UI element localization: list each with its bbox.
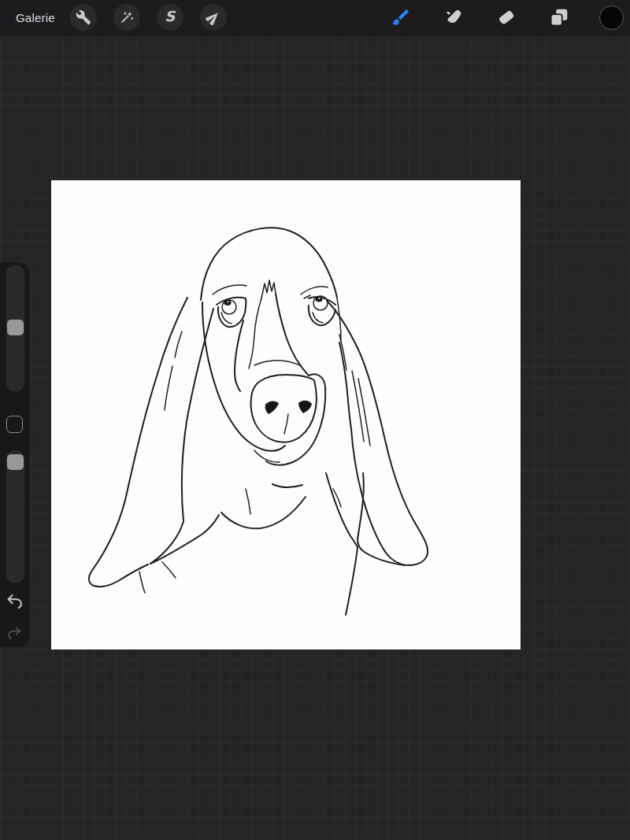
brush-sidebar	[0, 262, 29, 647]
transform-arrow-icon	[206, 10, 220, 25]
opacity-handle[interactable]	[7, 454, 24, 470]
layers-icon	[549, 7, 569, 28]
selection-button[interactable]: S	[157, 4, 183, 31]
magic-wand-icon	[119, 9, 135, 25]
paint-button[interactable]	[388, 5, 413, 30]
undo-button[interactable]	[4, 591, 25, 612]
smudge-button[interactable]	[441, 5, 466, 30]
procreate-workspace: Galerie S	[0, 0, 630, 840]
undo-arrow-icon	[4, 591, 25, 612]
smudge-finger-icon	[443, 7, 464, 28]
transform-button[interactable]	[200, 4, 227, 31]
gallery-button[interactable]: Galerie	[16, 11, 55, 24]
opacity-slider[interactable]	[6, 450, 24, 583]
left-tool-group: S	[70, 4, 227, 31]
actions-button[interactable]	[70, 4, 97, 31]
eraser-icon	[496, 7, 517, 28]
color-swatch-circle[interactable]	[599, 6, 624, 30]
drawing-canvas[interactable]	[51, 180, 521, 649]
artwork-basset-hound	[51, 180, 521, 649]
brush-icon	[391, 7, 411, 28]
layers-button[interactable]	[547, 5, 572, 30]
top-toolbar: Galerie S	[0, 0, 630, 35]
wrench-icon	[76, 9, 91, 25]
adjustments-button[interactable]	[113, 4, 140, 31]
redo-arrow-icon	[6, 624, 24, 642]
selection-s-icon: S	[165, 9, 175, 24]
brush-size-handle[interactable]	[7, 320, 24, 335]
modify-button[interactable]	[6, 416, 23, 433]
redo-button[interactable]	[6, 624, 24, 642]
erase-button[interactable]	[494, 5, 519, 30]
right-tool-group	[388, 0, 624, 35]
brush-size-slider[interactable]	[6, 265, 24, 391]
